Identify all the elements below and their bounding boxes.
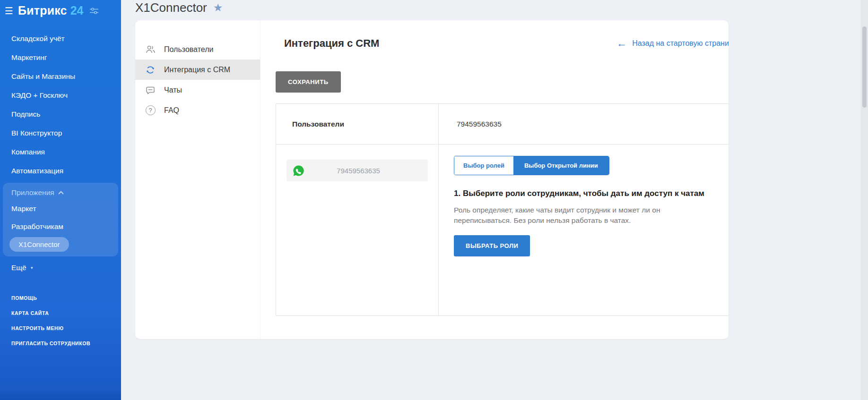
selected-phone-header: 79459563635 xyxy=(439,104,729,145)
save-button[interactable]: СОХРАНИТЬ xyxy=(276,71,341,93)
tab-chats-label: Чаты xyxy=(164,86,182,94)
sliders-icon[interactable] xyxy=(89,8,99,16)
main-area: X1Connector ★ Пользователи xyxy=(121,0,868,400)
roles-tabs: Выбор ролей Выбор Открытой линии xyxy=(454,156,609,175)
page-header: X1Connector ★ xyxy=(135,0,868,20)
content-title: Интеграция с CRM xyxy=(284,37,379,50)
tab-crm-integration-label: Интеграция с CRM xyxy=(164,66,230,74)
sidebar-item-apps[interactable]: Приложения xyxy=(3,184,118,200)
tab-select-roles[interactable]: Выбор ролей xyxy=(454,156,513,175)
step-description: Роль определяет, какие чаты видит сотруд… xyxy=(454,205,718,226)
users-table: Пользователи 79459563635 79459563635 xyxy=(276,103,729,316)
tab-chats[interactable]: Чаты xyxy=(135,80,260,100)
whatsapp-icon xyxy=(292,164,305,177)
sidebar-item-kedo[interactable]: КЭДО + Госключ xyxy=(0,85,121,104)
page-title: X1Connector xyxy=(135,0,207,15)
scrollbar-thumb[interactable] xyxy=(862,26,867,108)
footer-link-configure-menu[interactable]: НАСТРОИТЬ МЕНЮ xyxy=(0,321,121,336)
sidebar-item-warehouse[interactable]: Складской учёт xyxy=(0,29,121,48)
hamburger-menu-icon[interactable]: ☰ xyxy=(5,5,18,17)
back-link-label: Назад на стартовую страницу xyxy=(632,39,729,48)
settings-cell: Выбор ролей Выбор Открытой линии 1. Выбе… xyxy=(439,145,729,315)
sidebar-item-developers[interactable]: Разработчикам xyxy=(3,218,118,236)
sidebar-item-more[interactable]: Ещё ▾ xyxy=(0,257,121,278)
sidebar-item-crm[interactable]: CRM xyxy=(0,22,121,29)
footer-link-help[interactable]: ПОМОЩЬ xyxy=(0,290,121,306)
brand-logo-number: 24 xyxy=(70,4,84,17)
sidebar-item-marketing[interactable]: Маркетинг xyxy=(0,48,121,67)
sync-icon xyxy=(145,64,156,76)
content-header: Интеграция с CRM ← Назад на стартовую ст… xyxy=(276,37,729,50)
question-mark-glyph: ? xyxy=(146,105,156,115)
caret-down-icon: ▾ xyxy=(31,265,33,270)
select-roles-button[interactable]: ВЫБРАТЬ РОЛИ xyxy=(454,235,530,256)
users-icon xyxy=(145,44,156,55)
tab-users[interactable]: Пользователи xyxy=(135,39,260,60)
back-to-start-link[interactable]: ← Назад на стартовую страницу xyxy=(616,38,729,49)
sidebar-item-sign[interactable]: Подпись xyxy=(0,104,121,123)
logo-row: ☰ Битрикс 24 xyxy=(0,0,121,22)
sidebar: ☰ Битрикс 24 CRM Складской учёт Маркетин… xyxy=(0,0,121,400)
sidebar-item-automation[interactable]: Автоматизация xyxy=(0,161,121,180)
footer-link-invite-employees[interactable]: ПРИГЛАСИТЬ СОТРУДНИКОВ xyxy=(0,336,121,351)
tab-users-label: Пользователи xyxy=(164,45,213,54)
sidebar-item-bi[interactable]: BI Конструктор xyxy=(0,123,121,142)
question-icon: ? xyxy=(145,105,156,116)
sidebar-item-sites[interactable]: Сайты и Магазины xyxy=(0,67,121,85)
favorite-star-icon[interactable]: ★ xyxy=(213,1,223,14)
chat-icon xyxy=(145,85,156,96)
apps-group: Приложения Маркет Разработчикам X1Connec… xyxy=(3,183,118,256)
tab-faq-label: FAQ xyxy=(164,106,179,115)
tab-select-open-line[interactable]: Выбор Открытой линии xyxy=(513,156,609,175)
whatsapp-user-chip[interactable]: 79459563635 xyxy=(286,160,428,181)
chevron-up-icon xyxy=(58,191,63,196)
chip-phone-number: 79459563635 xyxy=(305,167,422,175)
brand-logo[interactable]: Битрикс xyxy=(18,4,67,17)
users-column-header: Пользователи xyxy=(276,104,439,145)
sidebar-footer-links: ПОМОЩЬ КАРТА САЙТА НАСТРОИТЬ МЕНЮ ПРИГЛА… xyxy=(0,290,121,351)
sidebar-item-x1connector[interactable]: X1Connector xyxy=(9,237,69,252)
step-title: 1. Выберите роли сотрудникам, чтобы дать… xyxy=(454,188,713,199)
sidebar-menu: CRM Складской учёт Маркетинг Сайты и Маг… xyxy=(0,22,121,278)
back-arrow-icon: ← xyxy=(616,38,627,49)
tab-faq[interactable]: ? FAQ xyxy=(135,100,260,120)
sidebar-item-market[interactable]: Маркет xyxy=(3,200,118,218)
apps-group-label: Приложения xyxy=(11,188,54,197)
app-card: Пользователи Интеграция с CRM xyxy=(135,20,729,339)
footer-link-sitemap[interactable]: КАРТА САЙТА xyxy=(0,306,121,321)
more-label: Ещё xyxy=(11,264,26,272)
content-panel: Интеграция с CRM ← Назад на стартовую ст… xyxy=(260,20,729,339)
users-list-cell: 79459563635 xyxy=(276,145,439,315)
sidebar-item-company[interactable]: Компания xyxy=(0,142,121,161)
app-root: ☰ Битрикс 24 CRM Складской учёт Маркетин… xyxy=(0,0,868,400)
app-inner-nav: Пользователи Интеграция с CRM xyxy=(135,20,260,339)
tab-crm-integration[interactable]: Интеграция с CRM xyxy=(135,60,260,80)
